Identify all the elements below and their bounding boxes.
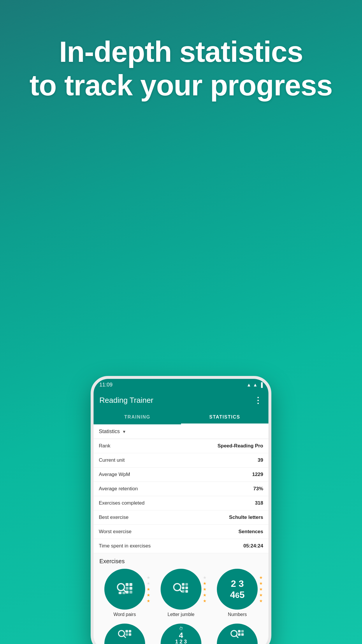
stats-row-rank: Rank Speed-Reading Pro: [94, 439, 268, 453]
exercise-item-numbers[interactable]: 2 3 465 ★ ★ ★ ★ ★ Numbers: [215, 569, 260, 617]
dropdown-arrow-icon: ▼: [122, 429, 126, 434]
svg-line-19: [124, 636, 125, 638]
svg-rect-5: [129, 587, 132, 590]
svg-rect-6: [126, 591, 129, 594]
svg-rect-8: [119, 592, 122, 594]
hero-line2: to track your progress: [29, 69, 332, 102]
svg-rect-17: [185, 590, 188, 593]
word-pairs-icon: [115, 579, 135, 599]
bottom-icon-1: [116, 626, 133, 644]
exercise-item-bottom-3[interactable]: [215, 624, 260, 644]
exercise-item-bottom-2[interactable]: ⏱ 4 1 2 3: [158, 624, 203, 644]
star-2: ★: [147, 581, 150, 586]
stats-row-worst-exercise: Worst exercise Sentences: [94, 525, 268, 539]
stats-label-exercises-completed: Exercises completed: [99, 500, 145, 506]
stats-dropdown[interactable]: Statistics ▼: [94, 424, 268, 439]
tab-training[interactable]: TRAINING: [94, 410, 181, 424]
star-2: ★: [259, 581, 263, 586]
stats-row-current-unit: Current unit 39: [94, 453, 268, 468]
stats-value-best-exercise: Schulte letters: [229, 514, 263, 520]
stats-row-time-spent: Time spent in exercises 05:24:24: [94, 539, 268, 553]
stats-value-time-spent: 05:24:24: [243, 543, 263, 549]
exercise-item-bottom-1[interactable]: [102, 624, 147, 644]
wifi-icon: ▲: [247, 382, 251, 388]
svg-rect-13: [185, 583, 188, 586]
svg-rect-16: [182, 590, 184, 593]
tab-bar: TRAINING STATISTICS: [94, 410, 268, 424]
stats-value-current-unit: 39: [258, 457, 263, 463]
app-bar: Reading Trainer ⋮: [94, 391, 268, 410]
exercises-section: Exercises: [94, 553, 268, 644]
exercise-circle-bottom-1: [104, 624, 145, 644]
stats-row-avg-retention: Average retention 73%: [94, 482, 268, 496]
star-3: ★: [203, 587, 207, 592]
svg-rect-28: [238, 633, 241, 636]
exercises-grid-bottom: ⏱ 4 1 2 3: [96, 621, 266, 644]
exercise-circle-bottom-3: [217, 624, 258, 644]
stats-row-exercises-completed: Exercises completed 318: [94, 496, 268, 510]
stats-label-rank: Rank: [99, 443, 110, 449]
svg-rect-23: [129, 633, 131, 636]
svg-line-25: [236, 636, 238, 638]
star-1: ★: [147, 575, 150, 580]
svg-rect-20: [125, 630, 128, 633]
stats-row-avg-wpm: Average WpM 1229: [94, 468, 268, 482]
stats-label-avg-retention: Average retention: [99, 486, 138, 492]
timer-icon: ⏱ 4 1 2 3: [175, 626, 187, 644]
status-icons: ▲ ▲ ▐: [247, 382, 263, 388]
star-1: ★: [259, 575, 263, 580]
stats-table: Rank Speed-Reading Pro Current unit 39 A…: [94, 439, 268, 553]
stats-value-exercises-completed: 318: [255, 500, 263, 506]
stats-value-rank: Speed-Reading Pro: [217, 443, 263, 449]
svg-rect-14: [182, 587, 184, 589]
app-title: Reading Trainer: [99, 396, 153, 405]
stats-label-time-spent: Time spent in exercises: [99, 543, 151, 549]
stats-label-avg-wpm: Average WpM: [99, 472, 130, 477]
star-4: ★: [203, 593, 207, 597]
bottom-icon-3: [229, 626, 246, 644]
star-1: ★: [203, 575, 207, 580]
letter-jumble-icon: [171, 579, 191, 599]
star-5: ★: [259, 598, 263, 603]
numbers-icon: 2 3 465: [230, 578, 245, 601]
word-pairs-label: Word pairs: [113, 612, 136, 617]
exercise-circle-letter-jumble: ★ ★ ★ ★ ★: [161, 569, 201, 610]
exercises-title: Exercises: [96, 558, 266, 569]
stats-label-worst-exercise: Worst exercise: [99, 529, 131, 535]
svg-rect-21: [129, 630, 131, 633]
svg-rect-12: [182, 583, 184, 586]
status-bar: 11:09 ▲ ▲ ▐: [94, 379, 268, 391]
hero-section: In-depth statistics to track your progre…: [0, 0, 362, 120]
numbers-stars: ★ ★ ★ ★ ★: [259, 575, 263, 603]
word-pairs-stars: ★ ★ ★ ★ ★: [147, 575, 150, 603]
stats-value-avg-wpm: 1229: [252, 472, 263, 477]
svg-rect-2: [126, 583, 129, 586]
svg-rect-9: [122, 592, 125, 594]
svg-rect-27: [241, 630, 244, 633]
phone-frame: 11:09 ▲ ▲ ▐ Reading Trainer ⋮ TRAINING S…: [91, 376, 271, 644]
exercise-item-word-pairs[interactable]: ★ ★ ★ ★ ★ Word pairs: [102, 569, 147, 617]
stats-row-best-exercise: Best exercise Schulte letters: [94, 510, 268, 525]
battery-icon: ▐: [259, 382, 263, 388]
svg-line-1: [124, 590, 126, 592]
star-4: ★: [259, 593, 263, 597]
exercises-grid: ★ ★ ★ ★ ★ Word pairs: [96, 569, 266, 617]
svg-rect-15: [185, 587, 188, 589]
signal-icon: ▲: [253, 382, 258, 388]
content-area: Statistics ▼ Rank Speed-Reading Pro Curr…: [94, 424, 268, 644]
stats-dropdown-label: Statistics: [99, 428, 120, 435]
svg-rect-3: [129, 583, 132, 586]
svg-line-11: [180, 590, 182, 592]
exercise-item-letter-jumble[interactable]: ★ ★ ★ ★ ★ Letter jumble: [158, 569, 203, 617]
stats-label-current-unit: Current unit: [99, 457, 125, 463]
star-3: ★: [259, 587, 263, 592]
hero-line1: In-depth statistics: [59, 35, 303, 68]
tab-statistics[interactable]: STATISTICS: [181, 410, 268, 424]
svg-rect-7: [129, 591, 132, 594]
svg-rect-22: [125, 633, 128, 636]
exercise-circle-numbers: 2 3 465 ★ ★ ★ ★ ★: [217, 569, 258, 610]
letter-jumble-label: Letter jumble: [168, 612, 195, 617]
letter-jumble-stars: ★ ★ ★ ★ ★: [203, 575, 207, 603]
overflow-menu-icon[interactable]: ⋮: [254, 396, 263, 405]
svg-rect-4: [126, 587, 129, 590]
